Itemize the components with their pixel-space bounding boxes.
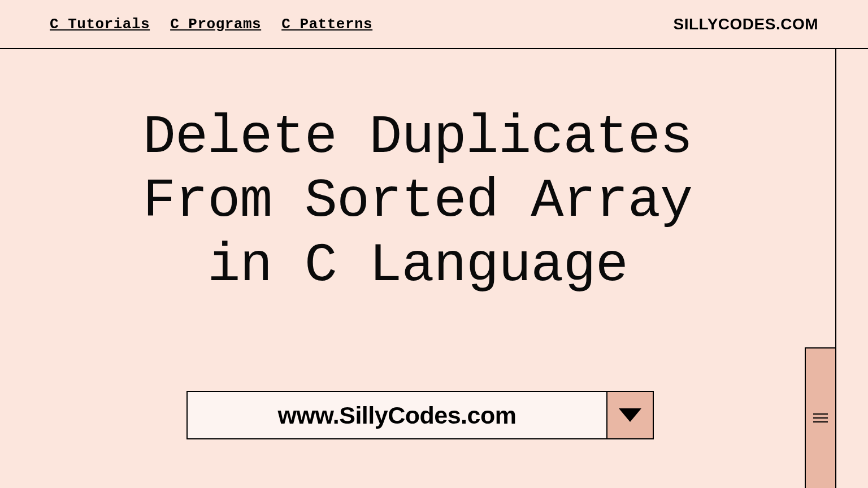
main-content: Delete Duplicates From Sorted Array in C… bbox=[0, 49, 836, 488]
url-display: www.SillyCodes.com bbox=[186, 391, 607, 439]
nav-link-tutorials[interactable]: C Tutorials bbox=[50, 16, 150, 33]
page-title: Delete Duplicates From Sorted Array in C… bbox=[143, 106, 693, 298]
header: C Tutorials C Programs C Patterns SILLYC… bbox=[0, 0, 868, 48]
url-dropdown-container: www.SillyCodes.com bbox=[186, 391, 654, 439]
chevron-down-icon bbox=[619, 408, 641, 422]
hamburger-line bbox=[813, 417, 828, 419]
side-menu-tab[interactable] bbox=[805, 347, 836, 488]
hamburger-line bbox=[813, 413, 828, 415]
nav-links: C Tutorials C Programs C Patterns bbox=[50, 16, 372, 33]
nav-link-programs[interactable]: C Programs bbox=[170, 16, 261, 33]
nav-link-patterns[interactable]: C Patterns bbox=[281, 16, 372, 33]
title-line-3: in C Language bbox=[207, 234, 628, 297]
hamburger-line bbox=[813, 421, 828, 422]
brand-logo: SILLYCODES.COM bbox=[674, 15, 818, 33]
dropdown-button[interactable] bbox=[607, 391, 654, 439]
title-line-2: From Sorted Array bbox=[143, 170, 693, 232]
hamburger-icon bbox=[813, 413, 828, 422]
title-line-1: Delete Duplicates bbox=[143, 106, 693, 168]
url-text: www.SillyCodes.com bbox=[278, 402, 517, 429]
